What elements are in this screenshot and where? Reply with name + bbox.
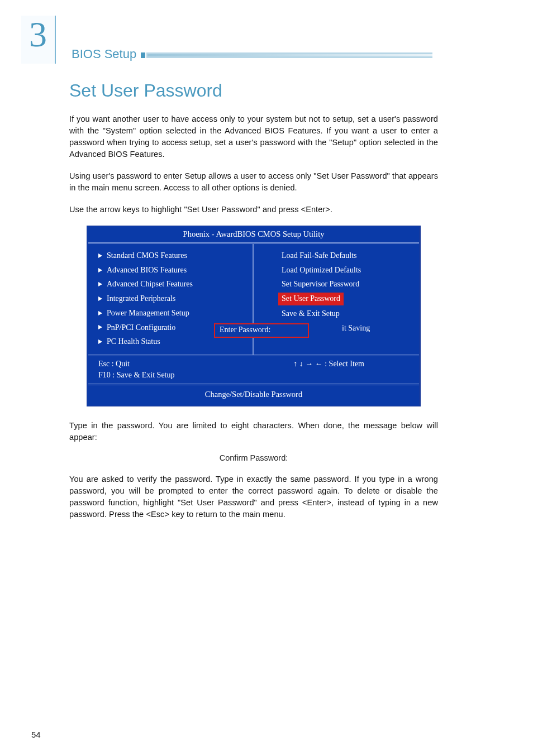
bios-left-column: Standard CMOS Features Advanced BIOS Fea… bbox=[88, 244, 254, 355]
bios-item-label: Save & Exit Setup bbox=[282, 308, 340, 320]
arrow-icon bbox=[98, 253, 102, 258]
bios-menu-item: Save & Exit Setup bbox=[264, 307, 411, 321]
bios-menu-item: Load Fail-Safe Defaults bbox=[264, 248, 411, 263]
arrow-icon bbox=[98, 268, 102, 272]
chapter-number-box: 3 bbox=[21, 16, 56, 64]
arrow-icon bbox=[98, 282, 102, 286]
paragraph: If you want another user to have access … bbox=[69, 113, 438, 160]
bios-item-label: PC Health Status bbox=[107, 336, 160, 348]
bios-item-label: Advanced BIOS Features bbox=[107, 264, 187, 276]
bios-menu-item: Advanced BIOS Features bbox=[98, 263, 245, 277]
arrow-icon bbox=[98, 296, 102, 301]
bios-item-label: Set User Password bbox=[278, 293, 344, 305]
header-title: BIOS Setup bbox=[56, 47, 141, 61]
page-number: 54 bbox=[31, 730, 41, 739]
bios-item-label: Load Optimized Defaults bbox=[282, 264, 361, 276]
bios-menu-item: Set Supervisor Password bbox=[264, 277, 411, 291]
confirm-password-label: Confirm Password: bbox=[69, 453, 438, 462]
bios-item-label: Integrated Peripherals bbox=[107, 293, 175, 305]
bios-item-label: Standard CMOS Features bbox=[107, 250, 187, 262]
bios-menu-item-selected: Set User Password bbox=[264, 291, 411, 307]
bios-item-label: Advanced Chipset Features bbox=[107, 278, 193, 290]
bios-item-label: Load Fail-Safe Defaults bbox=[282, 250, 357, 262]
bios-menu-item: Power Management Setup bbox=[98, 306, 245, 320]
paragraph: You are asked to verify the password. Ty… bbox=[69, 473, 438, 520]
bios-right-column: Load Fail-Safe Defaults Load Optimized D… bbox=[254, 244, 419, 355]
chapter-header: 3 BIOS Setup bbox=[0, 16, 533, 64]
arrow-icon bbox=[98, 325, 102, 329]
bios-menu-item: Load Optimized Defaults bbox=[264, 263, 411, 277]
arrow-icon bbox=[98, 339, 102, 344]
bios-menu-item: Advanced Chipset Features bbox=[98, 277, 245, 291]
enter-password-dialog: Enter Password: bbox=[214, 323, 309, 338]
paragraph: Use the arrow keys to highlight "Set Use… bbox=[69, 204, 438, 216]
bios-key-arrows: ↑ ↓ → ← : Select Item bbox=[293, 358, 409, 380]
bios-key-f10: F10 : Save & Exit Setup bbox=[98, 370, 175, 381]
bios-footer-keys: Esc : Quit F10 : Save & Exit Setup ↑ ↓ →… bbox=[88, 356, 419, 384]
bios-footer-left: Esc : Quit F10 : Save & Exit Setup bbox=[98, 358, 175, 380]
bios-item-label: it Saving bbox=[342, 322, 370, 334]
arrow-icon bbox=[98, 311, 102, 315]
bios-item-label: Set Supervisor Password bbox=[282, 278, 359, 290]
bios-screenshot: Phoenix - AwardBIOS CMOS Setup Utility S… bbox=[87, 226, 421, 406]
bios-main-area: Standard CMOS Features Advanced BIOS Fea… bbox=[88, 242, 419, 356]
section-title: Set User Password bbox=[69, 80, 438, 101]
paragraph: Type in the password. You are limited to… bbox=[69, 420, 438, 443]
bios-title: Phoenix - AwardBIOS CMOS Setup Utility bbox=[88, 227, 419, 242]
header-rule-gradient bbox=[147, 54, 432, 56]
bios-item-label: PnP/PCI Configuratio bbox=[107, 322, 175, 334]
content-column: Set User Password If you want another us… bbox=[0, 64, 533, 520]
bios-menu-item: Integrated Peripherals bbox=[98, 291, 245, 306]
bios-item-label: Power Management Setup bbox=[107, 307, 189, 319]
paragraph: Using user's password to enter Setup all… bbox=[69, 170, 438, 194]
bios-footer-message: Change/Set/Disable Password bbox=[88, 384, 419, 405]
header-rule bbox=[141, 52, 432, 58]
header-title-zone: BIOS Setup bbox=[56, 47, 533, 64]
dialog-label: Enter Password: bbox=[220, 326, 270, 334]
bios-menu-item: Standard CMOS Features bbox=[98, 248, 245, 263]
bios-key-esc: Esc : Quit bbox=[98, 358, 175, 370]
chapter-number: 3 bbox=[29, 17, 47, 52]
page: 3 BIOS Setup Set User Password If you wa… bbox=[0, 0, 533, 520]
